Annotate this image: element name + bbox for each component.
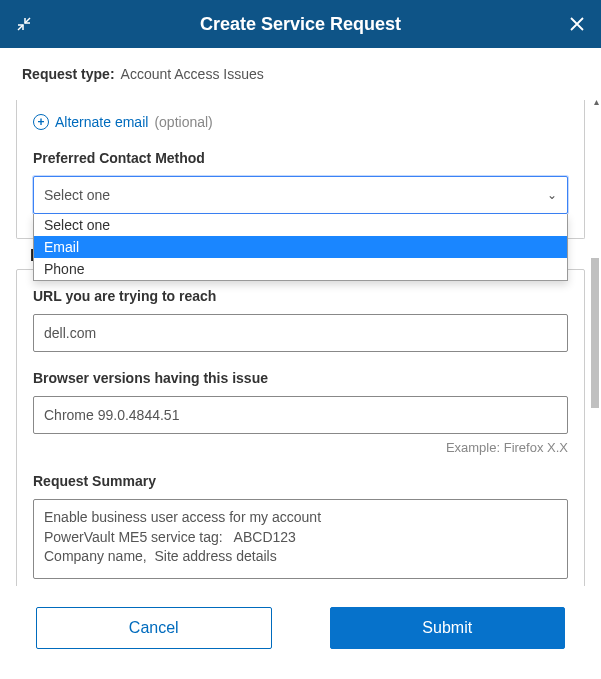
issue-card: URL you are trying to reach Browser vers… bbox=[16, 269, 585, 586]
browser-example: Example: Firefox X.X bbox=[33, 440, 568, 455]
contact-method-selected-text: Select one bbox=[44, 187, 110, 203]
request-type-value: Account Access Issues bbox=[121, 66, 264, 82]
contact-method-dropdown: Select one Email Phone bbox=[33, 214, 568, 281]
cancel-button[interactable]: Cancel bbox=[36, 607, 272, 649]
modal-title: Create Service Request bbox=[34, 14, 567, 35]
plus-circle-icon: + bbox=[33, 114, 49, 130]
option-select-one[interactable]: Select one bbox=[34, 214, 567, 236]
create-service-request-modal: Create Service Request Request type: Acc… bbox=[0, 0, 601, 679]
collapse-icon[interactable] bbox=[14, 14, 34, 34]
url-label: URL you are trying to reach bbox=[33, 288, 568, 304]
alternate-email-link: Alternate email bbox=[55, 114, 148, 130]
summary-textarea[interactable]: Enable business user access for my accou… bbox=[33, 499, 568, 579]
option-email[interactable]: Email bbox=[34, 236, 567, 258]
summary-label: Request Summary bbox=[33, 473, 568, 489]
contact-method-select-wrap: Select one ⌄ Select one Email Phone bbox=[33, 176, 568, 214]
submit-button[interactable]: Submit bbox=[330, 607, 566, 649]
alternate-email-row[interactable]: + Alternate email (optional) bbox=[33, 114, 568, 130]
optional-label: (optional) bbox=[154, 114, 212, 130]
modal-header: Create Service Request bbox=[0, 0, 601, 48]
form-scroll-area: + Alternate email (optional) Preferred C… bbox=[0, 100, 601, 586]
scrollbar-thumb[interactable] bbox=[591, 258, 599, 408]
browser-input[interactable] bbox=[33, 396, 568, 434]
contact-card: + Alternate email (optional) Preferred C… bbox=[16, 100, 585, 239]
request-type-label: Request type: bbox=[22, 66, 115, 82]
request-type-row: Request type: Account Access Issues bbox=[0, 48, 601, 100]
url-input[interactable] bbox=[33, 314, 568, 352]
close-icon[interactable] bbox=[567, 14, 587, 34]
chevron-down-icon: ⌄ bbox=[547, 188, 557, 202]
contact-method-label: Preferred Contact Method bbox=[33, 150, 568, 166]
contact-method-select[interactable]: Select one ⌄ bbox=[33, 176, 568, 214]
scrollbar-arrow-up-icon[interactable]: ▴ bbox=[594, 96, 599, 107]
modal-footer: Cancel Submit bbox=[0, 586, 601, 679]
browser-label: Browser versions having this issue bbox=[33, 370, 568, 386]
option-phone[interactable]: Phone bbox=[34, 258, 567, 280]
